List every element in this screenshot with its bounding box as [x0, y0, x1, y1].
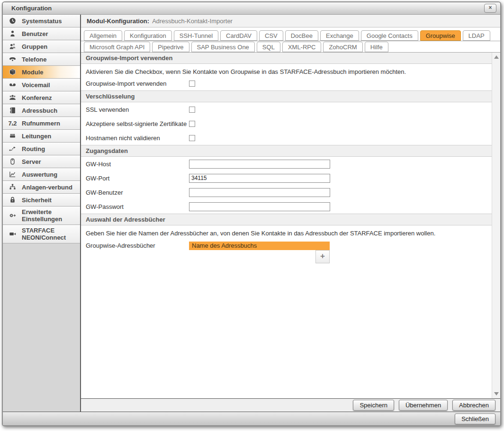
gw-host-input[interactable] [189, 160, 330, 169]
sidebar-item-systemstatus[interactable]: Systemstatus [3, 15, 80, 27]
tab-carddav[interactable]: CardDAV [220, 30, 257, 41]
groupwise-import-label: Groupwise-Import verwenden [86, 80, 189, 87]
network-icon [7, 183, 18, 191]
sidebar-item-adressbuch[interactable]: Adressbuch [3, 104, 80, 117]
sidebar-item-gruppen[interactable]: Gruppen [3, 40, 80, 53]
gw-passwort-label: GW-Passwort [86, 203, 189, 210]
module-header-name: Adressbuch-Kontakt-Importer [152, 18, 233, 25]
tab-docbee[interactable]: DocBee [285, 30, 318, 41]
tab-pipedrive[interactable]: Pipedrive [152, 42, 189, 52]
section-header-zugangsdaten: Zugangsdaten [81, 145, 492, 157]
phone-icon [7, 55, 18, 63]
clock-icon [7, 17, 18, 25]
tab-sql[interactable]: SQL [257, 42, 280, 52]
sidebar: Systemstatus Benutzer Gruppen Telefone [3, 15, 81, 412]
ssl-verwenden-checkbox[interactable] [189, 107, 195, 113]
sidebar-item-erweiterte-einstellungen[interactable]: Erweiterte Einstellungen [3, 207, 80, 225]
chart-icon [7, 171, 18, 178]
gw-benutzer-label: GW-Benutzer [86, 189, 189, 196]
module-header-label: Modul-Konfiguration: [87, 18, 149, 25]
cube-icon [7, 68, 18, 76]
sidebar-item-voicemail[interactable]: Voicemail [3, 79, 80, 91]
adressbuch-table-header: Name des Adressbuchs [189, 242, 330, 250]
tab-sap-business-one[interactable]: SAP Business One [191, 42, 255, 52]
import-description: Aktivieren Sie die Checkbox, wenn Sie Ko… [81, 64, 492, 76]
lock-icon [7, 196, 18, 204]
plug-icon [7, 132, 18, 140]
groupwise-adressbuecher-label: Groupwise-Adressbücher [86, 241, 189, 249]
tab-csv[interactable]: CSV [259, 30, 283, 41]
add-addressbook-button[interactable]: + [315, 250, 330, 263]
window-title: Konfiguration [11, 5, 484, 12]
tab-groupwise[interactable]: Groupwise [420, 30, 461, 41]
sidebar-item-leitungen[interactable]: Leitungen [3, 130, 80, 143]
tab-microsoft-graph-api[interactable]: Microsoft Graph API [84, 42, 150, 52]
close-icon[interactable]: × [484, 4, 496, 13]
module-header: Modul-Konfiguration: Adressbuch-Kontakt-… [81, 15, 500, 27]
server-icon [7, 158, 18, 165]
hostnamen-validieren-label: Hostnamen nicht validieren [86, 135, 189, 142]
sidebar-item-starface-neon-connect[interactable]: STARFACE NEON/Connect [3, 225, 80, 243]
tab-konfiguration[interactable]: Konfiguration [124, 30, 172, 41]
adressbuecher-description: Geben Sie hier die Namen der Adressbüche… [81, 225, 492, 238]
user-icon [7, 30, 18, 37]
gw-passwort-input[interactable] [189, 202, 330, 211]
voicemail-icon [7, 81, 18, 89]
hostnamen-validieren-checkbox[interactable] [189, 135, 195, 141]
section-header-verschluesselung: Verschlüsselung [81, 90, 492, 102]
selbstsignierte-zertifikate-checkbox[interactable] [189, 121, 195, 127]
gw-host-label: GW-Host [86, 161, 189, 168]
gear-plus-icon [7, 212, 18, 219]
settings-panel: Groupwise-Import verwenden Aktivieren Si… [81, 53, 492, 398]
sidebar-item-konferenz[interactable]: Konferenz [3, 91, 80, 104]
numbers-icon: 7₁2 [7, 120, 18, 127]
section-header-adressbuecher: Auswahl der Adressbücher [81, 214, 492, 225]
tab-xml-rpc[interactable]: XML-RPC [282, 42, 322, 52]
video-camera-icon [7, 230, 18, 238]
close-bar: Schließen [3, 412, 500, 425]
tab-hilfe[interactable]: Hilfe [365, 42, 388, 52]
plus-icon: + [320, 251, 325, 260]
tab-bar: Allgemein Konfiguration SSH-Tunnel CardD… [81, 27, 500, 53]
selbstsignierte-zertifikate-label: Akzeptiere selbst-signierte Zertifikate [86, 120, 189, 127]
sidebar-filler [3, 243, 80, 412]
scroll-up-icon[interactable] [494, 55, 499, 59]
actions-bar: Speichern Übernehmen Abbrechen [81, 398, 500, 412]
sidebar-item-rufnummern[interactable]: 7₁2 Rufnummern [3, 117, 80, 130]
sidebar-item-anlagenverbund[interactable]: Anlagen-verbund [3, 181, 80, 194]
groupwise-import-checkbox[interactable] [189, 81, 195, 87]
tab-allgemein[interactable]: Allgemein [84, 30, 122, 41]
close-window-button[interactable]: Schließen [455, 413, 495, 424]
sidebar-item-telefone[interactable]: Telefone [3, 53, 80, 66]
ssl-verwenden-label: SSL verwenden [86, 106, 189, 113]
gw-port-label: GW-Port [86, 175, 189, 182]
users-icon [7, 43, 18, 50]
gw-port-input[interactable] [189, 174, 330, 183]
sidebar-item-server[interactable]: Server [3, 155, 80, 168]
route-icon [7, 145, 18, 153]
tab-ldap[interactable]: LDAP [463, 30, 490, 41]
conference-icon [7, 94, 18, 101]
cancel-button[interactable]: Abbrechen [452, 400, 495, 411]
sidebar-item-benutzer[interactable]: Benutzer [3, 27, 80, 40]
tab-ssh-tunnel[interactable]: SSH-Tunnel [174, 30, 218, 41]
sidebar-item-module[interactable]: Module [3, 66, 80, 79]
tab-exchange[interactable]: Exchange [320, 30, 359, 41]
sidebar-item-routing[interactable]: Routing [3, 143, 80, 155]
scroll-down-icon[interactable] [494, 392, 499, 395]
gw-benutzer-input[interactable] [189, 188, 330, 197]
tab-google-contacts[interactable]: Google Contacts [361, 30, 418, 41]
tab-zohocrm[interactable]: ZohoCRM [323, 42, 362, 52]
sidebar-item-sicherheit[interactable]: Sicherheit [3, 194, 80, 207]
configuration-window: Konfiguration × Systemstatus Benutzer [2, 1, 501, 426]
book-icon [7, 107, 18, 114]
title-bar: Konfiguration × [3, 2, 500, 15]
apply-button[interactable]: Übernehmen [399, 400, 448, 411]
sidebar-item-auswertung[interactable]: Auswertung [3, 168, 80, 181]
section-header-groupwise-import: Groupwise-Import verwenden [81, 53, 492, 64]
vertical-scrollbar[interactable] [492, 53, 500, 398]
save-button[interactable]: Speichern [353, 400, 394, 411]
